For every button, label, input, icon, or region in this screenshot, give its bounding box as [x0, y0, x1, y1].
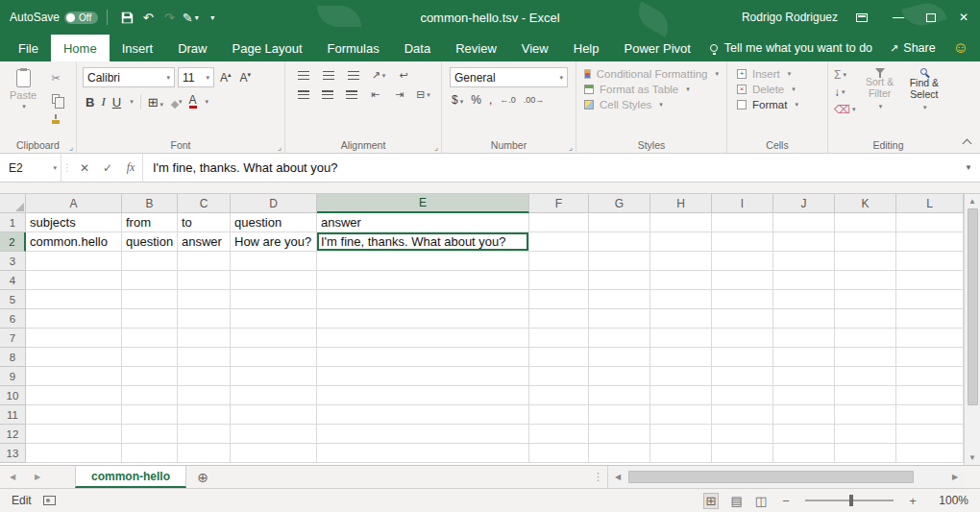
column-header-A[interactable]: A — [26, 194, 122, 213]
autosave-toggle[interactable]: AutoSave Off — [10, 11, 98, 24]
column-header-C[interactable]: C — [178, 194, 231, 213]
collapse-ribbon-button[interactable] — [963, 139, 972, 149]
cell-D7[interactable] — [231, 329, 317, 348]
previous-sheet-button[interactable]: ◀ — [0, 466, 25, 488]
cell-E2[interactable]: I'm fine, thanks. What about you? — [317, 232, 529, 252]
ink-button[interactable]: ✎▾ — [180, 5, 201, 30]
cell-H6[interactable] — [650, 309, 712, 329]
tab-insert[interactable]: Insert — [110, 35, 166, 61]
tab-help[interactable]: Help — [561, 35, 612, 61]
cell-I5[interactable] — [712, 290, 773, 309]
tab-file[interactable]: File — [6, 35, 51, 61]
cell-A4[interactable] — [26, 271, 122, 290]
cell-L12[interactable] — [896, 425, 964, 444]
row-header-5[interactable]: 5 — [0, 290, 26, 309]
percent-style-button[interactable]: % — [471, 93, 481, 107]
font-dialog-launcher[interactable]: ⌟ — [278, 142, 282, 152]
scroll-right-icon[interactable]: ▶ — [948, 473, 962, 481]
decrease-decimal-button[interactable]: .00→ — [524, 95, 545, 105]
column-header-F[interactable]: F — [529, 194, 589, 213]
cell-E12[interactable] — [317, 425, 529, 444]
normal-view-button[interactable]: ⊞ — [704, 494, 719, 508]
page-layout-view-button[interactable]: ▤ — [730, 494, 742, 508]
cell-B6[interactable] — [122, 309, 178, 329]
cell-J13[interactable] — [773, 444, 835, 463]
cell-D2[interactable]: How are you? — [231, 232, 317, 252]
cell-A7[interactable] — [26, 329, 122, 348]
cell-I13[interactable] — [712, 444, 773, 463]
number-format-select[interactable]: General▾ — [450, 67, 568, 87]
cell-A10[interactable] — [26, 386, 122, 405]
align-center-button[interactable] — [317, 86, 337, 103]
tab-review[interactable]: Review — [443, 35, 509, 61]
insert-cells-button[interactable]: +Insert▾ — [737, 68, 818, 80]
tab-scrollbar-splitter[interactable]: ⋮ — [589, 466, 607, 488]
cell-D5[interactable] — [231, 290, 317, 309]
copy-button[interactable] — [44, 90, 67, 107]
cell-I10[interactable] — [712, 386, 773, 405]
format-painter-button[interactable] — [44, 110, 67, 127]
enter-button[interactable]: ✓ — [96, 154, 119, 182]
cell-B4[interactable] — [122, 271, 178, 290]
increase-decimal-button[interactable]: ←.0 — [500, 95, 516, 105]
format-as-table-button[interactable]: Format as Table▾ — [584, 84, 719, 95]
cell-G4[interactable] — [589, 271, 650, 290]
cell-F6[interactable] — [529, 309, 589, 329]
cell-A9[interactable] — [26, 367, 122, 386]
cell-C2[interactable]: answer — [178, 232, 231, 252]
column-header-K[interactable]: K — [835, 194, 896, 213]
tell-me-box[interactable]: Tell me what you want to do — [710, 41, 872, 55]
cell-B11[interactable] — [122, 405, 178, 425]
cell-H4[interactable] — [650, 271, 712, 290]
cell-H7[interactable] — [650, 329, 712, 348]
cell-C11[interactable] — [178, 405, 231, 425]
conditional-formatting-button[interactable]: Conditional Formatting▾ — [584, 68, 719, 80]
column-header-J[interactable]: J — [773, 194, 835, 213]
scroll-left-icon[interactable]: ◀ — [611, 473, 625, 481]
cell-L11[interactable] — [896, 405, 964, 425]
cell-J4[interactable] — [773, 271, 835, 290]
tab-power-pivot[interactable]: Power Pivot — [612, 35, 703, 61]
cell-I1[interactable] — [712, 213, 773, 232]
cell-K9[interactable] — [835, 367, 896, 386]
cell-B1[interactable]: from — [122, 213, 178, 232]
cell-I6[interactable] — [712, 309, 773, 329]
cell-L3[interactable] — [896, 252, 964, 271]
cell-D11[interactable] — [231, 405, 317, 425]
cell-J11[interactable] — [773, 405, 835, 425]
cell-A11[interactable] — [26, 405, 122, 425]
cell-H2[interactable] — [650, 232, 712, 252]
cell-F1[interactable] — [529, 213, 589, 232]
cell-G10[interactable] — [589, 386, 650, 405]
cell-C8[interactable] — [178, 348, 231, 367]
font-size-select[interactable]: 11▾ — [178, 67, 214, 87]
cell-F11[interactable] — [529, 405, 589, 425]
row-header-12[interactable]: 12 — [0, 425, 26, 444]
row-header-8[interactable]: 8 — [0, 348, 26, 367]
cell-K5[interactable] — [835, 290, 896, 309]
cell-I3[interactable] — [712, 252, 773, 271]
cell-F13[interactable] — [529, 444, 589, 463]
cell-J3[interactable] — [773, 252, 835, 271]
cell-J5[interactable] — [773, 290, 835, 309]
accounting-format-button[interactable]: $▾ — [452, 93, 463, 107]
row-header-4[interactable]: 4 — [0, 271, 26, 290]
cell-F8[interactable] — [529, 348, 589, 367]
cut-button[interactable]: ✂ — [44, 70, 67, 86]
cell-B13[interactable] — [122, 444, 178, 463]
cell-D9[interactable] — [231, 367, 317, 386]
cell-H9[interactable] — [650, 367, 712, 386]
cell-L1[interactable] — [896, 213, 964, 232]
cell-J7[interactable] — [773, 329, 835, 348]
align-right-button[interactable] — [341, 86, 361, 103]
cell-B8[interactable] — [122, 348, 178, 367]
cell-K1[interactable] — [835, 213, 896, 232]
save-button[interactable] — [116, 5, 137, 30]
cell-F4[interactable] — [529, 271, 589, 290]
cell-L6[interactable] — [896, 309, 964, 329]
cell-E5[interactable] — [317, 290, 529, 309]
cell-H5[interactable] — [650, 290, 712, 309]
column-header-L[interactable]: L — [896, 194, 964, 213]
tab-data[interactable]: Data — [392, 35, 443, 61]
cell-C12[interactable] — [178, 425, 231, 444]
